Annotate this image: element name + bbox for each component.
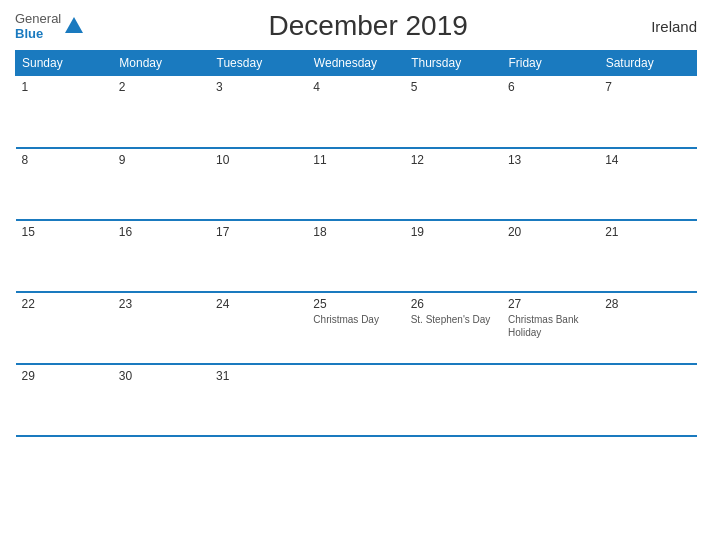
calendar-cell: 29 [16, 364, 113, 436]
calendar-cell: 13 [502, 148, 599, 220]
calendar-cell: 31 [210, 364, 307, 436]
calendar-cell: 27Christmas Bank Holiday [502, 292, 599, 364]
calendar-cell: 22 [16, 292, 113, 364]
header-friday: Friday [502, 51, 599, 76]
calendar-cell: 23 [113, 292, 210, 364]
day-number: 12 [411, 153, 496, 167]
calendar-cell: 12 [405, 148, 502, 220]
day-number: 30 [119, 369, 204, 383]
page-title: December 2019 [85, 10, 651, 42]
day-number: 6 [508, 80, 593, 94]
calendar-cell: 4 [307, 76, 404, 148]
day-number: 8 [22, 153, 107, 167]
day-number: 23 [119, 297, 204, 311]
day-number: 24 [216, 297, 301, 311]
calendar-page: General Blue December 2019 Ireland Sunda… [0, 0, 712, 550]
calendar-cell: 25Christmas Day [307, 292, 404, 364]
weekday-header-row: Sunday Monday Tuesday Wednesday Thursday… [16, 51, 697, 76]
event-label: Christmas Day [313, 313, 398, 326]
day-number: 5 [411, 80, 496, 94]
day-number: 1 [22, 80, 107, 94]
day-number: 19 [411, 225, 496, 239]
day-number: 31 [216, 369, 301, 383]
svg-marker-0 [65, 17, 83, 33]
day-number: 11 [313, 153, 398, 167]
event-label: Christmas Bank Holiday [508, 313, 593, 339]
logo-general-text: General [15, 11, 61, 26]
day-number: 13 [508, 153, 593, 167]
calendar-cell [502, 364, 599, 436]
logo-blue-text: Blue [15, 26, 43, 41]
calendar-cell: 10 [210, 148, 307, 220]
calendar-cell: 1 [16, 76, 113, 148]
calendar-cell: 2 [113, 76, 210, 148]
calendar-cell: 3 [210, 76, 307, 148]
calendar-cell: 24 [210, 292, 307, 364]
header-saturday: Saturday [599, 51, 696, 76]
day-number: 28 [605, 297, 690, 311]
day-number: 20 [508, 225, 593, 239]
calendar-cell: 28 [599, 292, 696, 364]
calendar-cell: 7 [599, 76, 696, 148]
day-number: 2 [119, 80, 204, 94]
event-label: St. Stephen's Day [411, 313, 496, 326]
calendar-week-row: 293031 [16, 364, 697, 436]
calendar-week-row: 22232425Christmas Day26St. Stephen's Day… [16, 292, 697, 364]
calendar-cell: 26St. Stephen's Day [405, 292, 502, 364]
calendar-cell [599, 364, 696, 436]
country-label: Ireland [651, 18, 697, 35]
header-tuesday: Tuesday [210, 51, 307, 76]
calendar-cell: 16 [113, 220, 210, 292]
calendar-cell: 18 [307, 220, 404, 292]
day-number: 26 [411, 297, 496, 311]
day-number: 21 [605, 225, 690, 239]
day-number: 22 [22, 297, 107, 311]
calendar-week-row: 1234567 [16, 76, 697, 148]
logo-icon [63, 15, 85, 37]
calendar-week-row: 891011121314 [16, 148, 697, 220]
calendar-cell: 30 [113, 364, 210, 436]
calendar-cell [405, 364, 502, 436]
logo: General Blue [15, 11, 85, 41]
calendar-cell: 15 [16, 220, 113, 292]
header: General Blue December 2019 Ireland [15, 10, 697, 42]
calendar-cell: 21 [599, 220, 696, 292]
calendar-week-row: 15161718192021 [16, 220, 697, 292]
calendar-cell: 11 [307, 148, 404, 220]
header-monday: Monday [113, 51, 210, 76]
calendar-cell: 17 [210, 220, 307, 292]
day-number: 9 [119, 153, 204, 167]
calendar-cell: 9 [113, 148, 210, 220]
header-thursday: Thursday [405, 51, 502, 76]
calendar-cell: 8 [16, 148, 113, 220]
day-number: 3 [216, 80, 301, 94]
calendar-cell [307, 364, 404, 436]
day-number: 14 [605, 153, 690, 167]
calendar-cell: 5 [405, 76, 502, 148]
day-number: 17 [216, 225, 301, 239]
day-number: 15 [22, 225, 107, 239]
header-wednesday: Wednesday [307, 51, 404, 76]
calendar-cell: 19 [405, 220, 502, 292]
calendar-cell: 6 [502, 76, 599, 148]
day-number: 18 [313, 225, 398, 239]
calendar-table: Sunday Monday Tuesday Wednesday Thursday… [15, 50, 697, 437]
day-number: 4 [313, 80, 398, 94]
day-number: 7 [605, 80, 690, 94]
day-number: 27 [508, 297, 593, 311]
header-sunday: Sunday [16, 51, 113, 76]
calendar-cell: 14 [599, 148, 696, 220]
day-number: 25 [313, 297, 398, 311]
day-number: 10 [216, 153, 301, 167]
day-number: 16 [119, 225, 204, 239]
calendar-cell: 20 [502, 220, 599, 292]
day-number: 29 [22, 369, 107, 383]
